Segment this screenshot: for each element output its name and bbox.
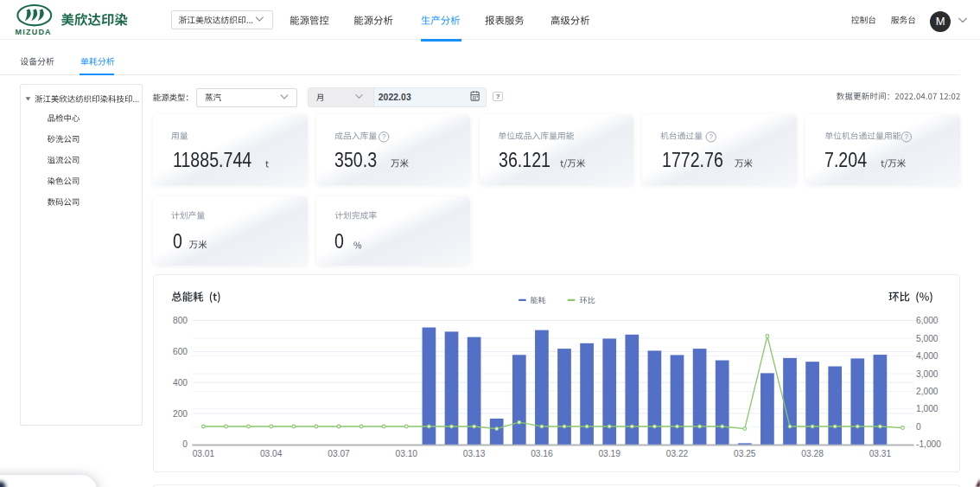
svg-text:03.31: 03.31 <box>869 449 892 458</box>
svg-text:03.07: 03.07 <box>328 449 350 458</box>
svg-text:03.16: 03.16 <box>531 449 553 458</box>
svg-text:200: 200 <box>173 408 188 418</box>
svg-text:600: 600 <box>173 346 188 356</box>
svg-text:800: 800 <box>173 316 188 325</box>
svg-text:03.04: 03.04 <box>260 449 283 458</box>
svg-text:0: 0 <box>182 439 188 449</box>
svg-text:0: 0 <box>916 421 921 431</box>
svg-text:3,000: 3,000 <box>916 368 939 378</box>
svg-text:1,000: 1,000 <box>916 404 939 413</box>
svg-text:2,000: 2,000 <box>916 386 939 395</box>
svg-text:03.10: 03.10 <box>396 449 418 458</box>
svg-text:5,000: 5,000 <box>916 333 939 343</box>
svg-text:400: 400 <box>173 377 188 387</box>
svg-text:4,000: 4,000 <box>916 351 939 361</box>
svg-text:03.19: 03.19 <box>598 449 620 458</box>
svg-text:03.28: 03.28 <box>801 449 824 458</box>
svg-text:03.22: 03.22 <box>666 449 689 458</box>
svg-text:-1,000: -1,000 <box>916 439 941 449</box>
svg-text:6,000: 6,000 <box>916 316 939 325</box>
svg-text:03.25: 03.25 <box>734 449 756 458</box>
svg-text:03.13: 03.13 <box>463 449 486 458</box>
svg-text:03.01: 03.01 <box>193 449 215 458</box>
